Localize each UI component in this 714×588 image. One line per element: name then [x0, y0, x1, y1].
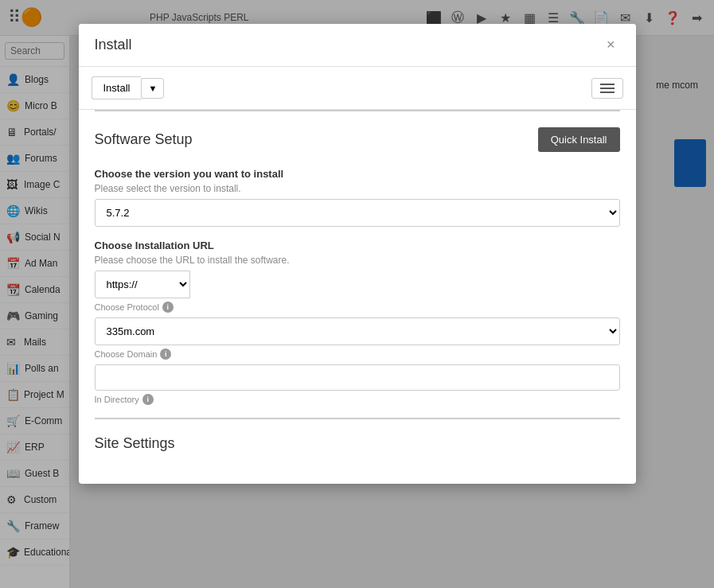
modal-header: Install × — [79, 24, 636, 67]
directory-sublabel: In Directory i — [95, 394, 620, 405]
installation-url-label: Choose Installation URL — [95, 239, 620, 251]
install-dropdown-button[interactable]: ▼ — [141, 78, 164, 99]
domain-info-icon[interactable]: i — [160, 349, 171, 360]
site-settings-section: Site Settings — [79, 419, 636, 452]
version-select[interactable]: 5.7.2 5.7.1 5.7.0 — [95, 199, 620, 227]
modal-body[interactable]: Install ▼ Software Setup Quick Install — [79, 67, 636, 484]
domain-sublabel: Choose Domain i — [95, 349, 620, 360]
software-setup-title: Software Setup — [95, 131, 193, 148]
scroll-padding — [79, 452, 636, 484]
domain-select[interactable]: 335m.com — [95, 317, 620, 345]
quick-install-button[interactable]: Quick Install — [538, 127, 620, 152]
modal-overlay: Install × Install ▼ — [0, 0, 714, 588]
installation-url-hint: Please choose the URL to install the sof… — [95, 255, 620, 266]
protocol-sublabel-text: Choose Protocol — [95, 302, 159, 312]
software-setup-header: Software Setup Quick Install — [95, 127, 620, 152]
version-group: Choose the version you want to install P… — [95, 168, 620, 227]
modal-title: Install — [95, 37, 132, 53]
site-settings-title: Site Settings — [95, 435, 620, 452]
version-hint: Please select the version to install. — [95, 183, 620, 194]
modal-toolbar: Install ▼ — [79, 67, 636, 110]
install-button-group: Install ▼ — [92, 76, 165, 99]
hamburger-icon — [600, 84, 615, 93]
domain-sublabel-text: Choose Domain — [95, 349, 158, 359]
protocol-info-icon[interactable]: i — [162, 302, 174, 313]
protocol-sublabel: Choose Protocol i — [95, 302, 620, 313]
dropdown-arrow-icon: ▼ — [148, 84, 157, 93]
directory-info-icon[interactable]: i — [142, 394, 154, 405]
installation-url-group: Choose Installation URL Please choose th… — [95, 239, 620, 405]
software-setup-section: Software Setup Quick Install Choose the … — [79, 111, 636, 405]
install-main-button[interactable]: Install — [92, 76, 142, 99]
protocol-select[interactable]: https:// http:// https://www. — [95, 271, 190, 298]
hamburger-button[interactable] — [591, 78, 623, 99]
version-label: Choose the version you want to install — [95, 168, 620, 180]
install-modal: Install × Install ▼ — [79, 24, 636, 484]
directory-sublabel-text: In Directory — [95, 395, 139, 404]
directory-input[interactable] — [95, 364, 620, 391]
modal-close-button[interactable]: × — [602, 35, 620, 55]
